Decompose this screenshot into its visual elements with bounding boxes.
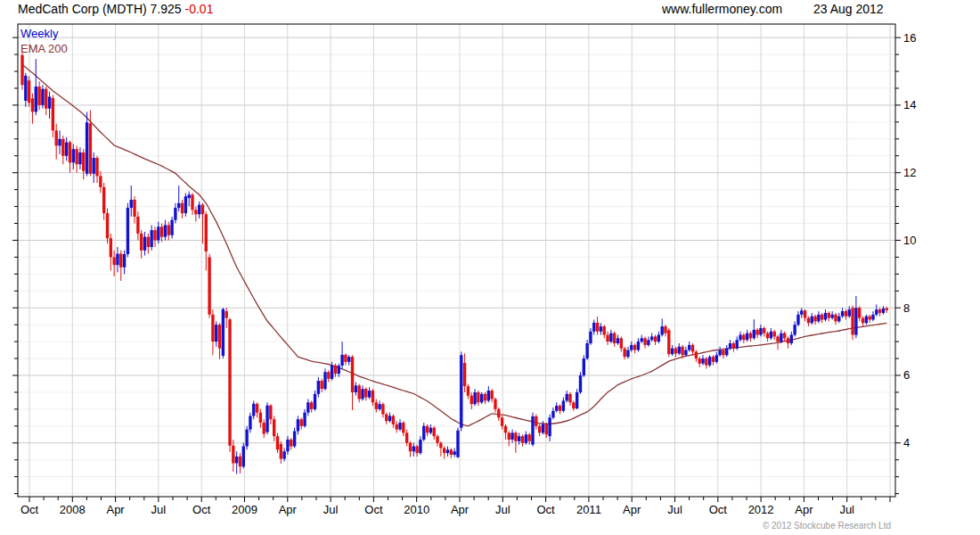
y-tick-label: 6 [903,368,910,382]
x-tick-label: Jul [323,503,339,516]
x-tick-label: Apr [106,503,125,516]
x-tick-label: 2012 [748,503,774,516]
x-tick-label: Jul [151,503,167,516]
timeframe-label: Weekly [20,27,58,40]
x-tick-label: Oct [709,503,728,516]
y-tick-label: 16 [903,31,916,45]
x-tick-label: 2010 [404,503,429,516]
y-tick-label: 10 [903,234,916,247]
y-tick-label: 4 [903,436,910,449]
x-tick-label: Jul [839,503,854,516]
x-tick-label: Oct [364,503,383,516]
x-axis: Oct2008AprJulOct2009AprJulOct2010AprJulO… [20,497,890,516]
x-tick-label: Oct [20,503,39,516]
y-axis: 16141210864 [12,31,916,494]
y-tick-label: 14 [903,98,916,111]
x-tick-label: Apr [451,503,470,516]
x-tick-label: Jul [495,503,510,516]
x-tick-label: 2009 [232,503,257,516]
ema-legend-label: EMA 200 [20,42,68,55]
x-tick-label: Apr [795,503,813,516]
gridlines [18,24,895,497]
x-tick-label: Oct [192,503,211,516]
copyright-note: © 2012 Stockcube Research Ltd [763,521,891,531]
candles-layer [20,53,888,473]
x-tick-label: Jul [667,503,682,516]
y-tick-label: 8 [903,301,910,315]
x-tick-label: 2011 [576,503,601,516]
x-tick-label: 2008 [60,503,86,516]
price-chart: 16141210864Oct2008AprJulOct2009AprJulOct… [0,0,980,535]
x-tick-label: Apr [279,503,298,516]
chart-window: MedCath Corp (MDTH) 7.925 -0.01 www.full… [0,0,980,535]
x-tick-label: Apr [623,503,641,516]
x-tick-label: Oct [536,503,555,516]
y-tick-label: 12 [903,166,916,179]
